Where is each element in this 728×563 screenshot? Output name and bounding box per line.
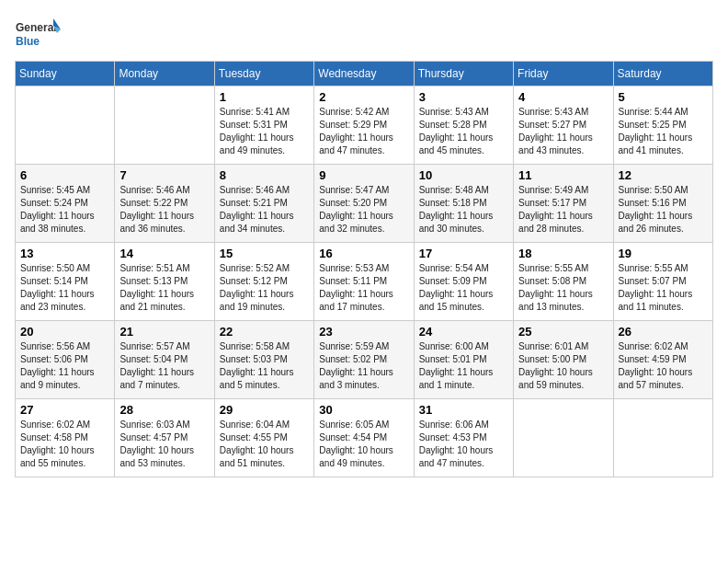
day-number: 16 (319, 247, 408, 260)
calendar-cell: 29Sunrise: 6:04 AMSunset: 4:55 PMDayligh… (214, 399, 313, 477)
calendar-cell (613, 399, 712, 477)
calendar-week: 13Sunrise: 5:50 AMSunset: 5:14 PMDayligh… (16, 243, 713, 321)
calendar-week: 6Sunrise: 5:45 AMSunset: 5:24 PMDaylight… (16, 165, 713, 243)
day-info: Sunrise: 6:02 AMSunset: 4:59 PMDaylight:… (619, 340, 708, 392)
calendar-cell: 14Sunrise: 5:51 AMSunset: 5:13 PMDayligh… (115, 243, 214, 321)
day-info: Sunrise: 5:57 AMSunset: 5:04 PMDaylight:… (119, 340, 209, 392)
calendar-week: 1Sunrise: 5:41 AMSunset: 5:31 PMDaylight… (16, 86, 713, 165)
day-info: Sunrise: 5:48 AMSunset: 5:18 PMDaylight:… (419, 184, 508, 236)
logo: General Blue (15, 15, 61, 52)
day-number: 21 (119, 325, 209, 339)
logo-svg: General Blue (15, 15, 61, 52)
day-number: 11 (518, 168, 608, 182)
day-info: Sunrise: 5:47 AMSunset: 5:20 PMDaylight:… (319, 184, 408, 236)
calendar-week: 27Sunrise: 6:02 AMSunset: 4:58 PMDayligh… (16, 399, 713, 477)
day-number: 6 (20, 168, 109, 182)
day-info: Sunrise: 5:46 AMSunset: 5:21 PMDaylight:… (220, 184, 309, 236)
day-info: Sunrise: 6:04 AMSunset: 4:55 PMDaylight:… (220, 419, 309, 470)
day-number: 9 (319, 168, 408, 182)
calendar-cell: 4Sunrise: 5:43 AMSunset: 5:27 PMDaylight… (514, 86, 613, 165)
day-info: Sunrise: 6:05 AMSunset: 4:54 PMDaylight:… (319, 419, 408, 470)
day-info: Sunrise: 5:41 AMSunset: 5:31 PMDaylight:… (220, 106, 309, 157)
day-info: Sunrise: 5:50 AMSunset: 5:16 PMDaylight:… (619, 184, 708, 236)
day-number: 10 (419, 168, 508, 182)
weekday-header: Sunday (16, 62, 115, 86)
calendar-cell: 12Sunrise: 5:50 AMSunset: 5:16 PMDayligh… (613, 165, 712, 243)
calendar-cell: 21Sunrise: 5:57 AMSunset: 5:04 PMDayligh… (115, 321, 214, 399)
day-number: 13 (20, 247, 109, 260)
day-number: 30 (319, 403, 408, 417)
calendar-cell: 8Sunrise: 5:46 AMSunset: 5:21 PMDaylight… (214, 165, 313, 243)
day-info: Sunrise: 5:56 AMSunset: 5:06 PMDaylight:… (20, 340, 109, 392)
header: General Blue (15, 15, 713, 52)
day-info: Sunrise: 5:55 AMSunset: 5:07 PMDaylight:… (619, 262, 708, 314)
day-info: Sunrise: 5:55 AMSunset: 5:08 PMDaylight:… (518, 262, 608, 314)
calendar-cell: 5Sunrise: 5:44 AMSunset: 5:25 PMDaylight… (613, 86, 712, 165)
calendar-cell: 30Sunrise: 6:05 AMSunset: 4:54 PMDayligh… (314, 399, 414, 477)
day-info: Sunrise: 6:01 AMSunset: 5:00 PMDaylight:… (518, 340, 608, 392)
day-number: 24 (419, 325, 508, 339)
day-number: 15 (220, 247, 309, 260)
day-info: Sunrise: 5:59 AMSunset: 5:02 PMDaylight:… (319, 340, 408, 392)
day-number: 12 (619, 168, 708, 182)
calendar-cell: 22Sunrise: 5:58 AMSunset: 5:03 PMDayligh… (214, 321, 313, 399)
day-info: Sunrise: 5:50 AMSunset: 5:14 PMDaylight:… (20, 262, 109, 314)
day-info: Sunrise: 5:53 AMSunset: 5:11 PMDaylight:… (319, 262, 408, 314)
calendar-cell: 13Sunrise: 5:50 AMSunset: 5:14 PMDayligh… (16, 243, 115, 321)
day-info: Sunrise: 5:49 AMSunset: 5:17 PMDaylight:… (518, 184, 608, 236)
calendar-week: 20Sunrise: 5:56 AMSunset: 5:06 PMDayligh… (16, 321, 713, 399)
calendar-cell: 2Sunrise: 5:42 AMSunset: 5:29 PMDaylight… (314, 86, 414, 165)
day-info: Sunrise: 5:52 AMSunset: 5:12 PMDaylight:… (220, 262, 309, 314)
calendar-cell: 27Sunrise: 6:02 AMSunset: 4:58 PMDayligh… (16, 399, 115, 477)
day-number: 1 (220, 90, 309, 104)
calendar-cell: 11Sunrise: 5:49 AMSunset: 5:17 PMDayligh… (514, 165, 613, 243)
day-number: 25 (518, 325, 608, 339)
day-info: Sunrise: 5:54 AMSunset: 5:09 PMDaylight:… (419, 262, 508, 314)
day-info: Sunrise: 5:43 AMSunset: 5:27 PMDaylight:… (518, 106, 608, 157)
day-info: Sunrise: 5:51 AMSunset: 5:13 PMDaylight:… (119, 262, 209, 314)
day-info: Sunrise: 5:43 AMSunset: 5:28 PMDaylight:… (419, 106, 508, 157)
calendar-cell: 23Sunrise: 5:59 AMSunset: 5:02 PMDayligh… (314, 321, 414, 399)
day-number: 29 (220, 403, 309, 417)
day-info: Sunrise: 5:42 AMSunset: 5:29 PMDaylight:… (319, 106, 408, 157)
calendar-cell: 20Sunrise: 5:56 AMSunset: 5:06 PMDayligh… (16, 321, 115, 399)
weekday-header: Wednesday (314, 62, 414, 86)
calendar-cell: 15Sunrise: 5:52 AMSunset: 5:12 PMDayligh… (214, 243, 313, 321)
weekday-header: Friday (514, 62, 613, 86)
weekday-header: Saturday (613, 62, 712, 86)
day-info: Sunrise: 5:58 AMSunset: 5:03 PMDaylight:… (220, 340, 309, 392)
day-info: Sunrise: 6:03 AMSunset: 4:57 PMDaylight:… (119, 419, 209, 470)
calendar-cell: 10Sunrise: 5:48 AMSunset: 5:18 PMDayligh… (414, 165, 513, 243)
weekday-header: Thursday (414, 62, 513, 86)
day-number: 8 (220, 168, 309, 182)
day-info: Sunrise: 6:06 AMSunset: 4:53 PMDaylight:… (419, 419, 508, 470)
day-info: Sunrise: 5:45 AMSunset: 5:24 PMDaylight:… (20, 184, 109, 236)
day-number: 19 (619, 247, 708, 260)
day-info: Sunrise: 5:46 AMSunset: 5:22 PMDaylight:… (119, 184, 209, 236)
day-info: Sunrise: 5:44 AMSunset: 5:25 PMDaylight:… (619, 106, 708, 157)
day-number: 5 (619, 90, 708, 104)
day-number: 4 (518, 90, 608, 104)
calendar-cell (115, 86, 214, 165)
calendar-cell (16, 86, 115, 165)
calendar-cell: 26Sunrise: 6:02 AMSunset: 4:59 PMDayligh… (613, 321, 712, 399)
day-number: 20 (20, 325, 109, 339)
day-number: 3 (419, 90, 508, 104)
calendar-cell: 17Sunrise: 5:54 AMSunset: 5:09 PMDayligh… (414, 243, 513, 321)
day-number: 14 (119, 247, 209, 260)
day-number: 2 (319, 90, 408, 104)
svg-text:Blue: Blue (16, 35, 40, 48)
calendar-cell: 31Sunrise: 6:06 AMSunset: 4:53 PMDayligh… (414, 399, 513, 477)
day-number: 17 (419, 247, 508, 260)
calendar-cell: 28Sunrise: 6:03 AMSunset: 4:57 PMDayligh… (115, 399, 214, 477)
svg-text:General: General (16, 21, 57, 34)
calendar-cell: 24Sunrise: 6:00 AMSunset: 5:01 PMDayligh… (414, 321, 513, 399)
day-number: 7 (119, 168, 209, 182)
calendar-cell: 25Sunrise: 6:01 AMSunset: 5:00 PMDayligh… (514, 321, 613, 399)
calendar-table: SundayMondayTuesdayWednesdayThursdayFrid… (15, 61, 713, 477)
calendar-cell: 19Sunrise: 5:55 AMSunset: 5:07 PMDayligh… (613, 243, 712, 321)
calendar-cell: 16Sunrise: 5:53 AMSunset: 5:11 PMDayligh… (314, 243, 414, 321)
day-number: 18 (518, 247, 608, 260)
header-row: SundayMondayTuesdayWednesdayThursdayFrid… (16, 62, 713, 86)
calendar-cell: 9Sunrise: 5:47 AMSunset: 5:20 PMDaylight… (314, 165, 414, 243)
